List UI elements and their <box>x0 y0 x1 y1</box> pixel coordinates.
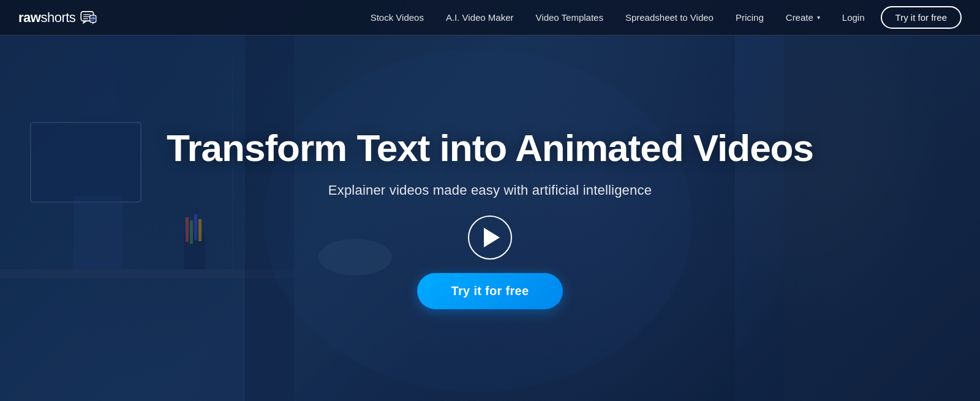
svg-point-21 <box>92 18 94 19</box>
hero-title: Transform Text into Animated Videos <box>167 127 813 169</box>
nav-link-video-templates[interactable]: Video Templates <box>525 12 614 23</box>
nav-link-create[interactable]: Create ▾ <box>775 12 831 23</box>
nav-link-ai-video-maker[interactable]: A.I. Video Maker <box>435 12 525 23</box>
nav-link-pricing[interactable]: Pricing <box>725 12 775 23</box>
play-icon <box>484 228 500 247</box>
nav-item-video-templates[interactable]: Video Templates <box>525 12 614 23</box>
nav-try-free-button[interactable]: Try it for free <box>881 6 962 29</box>
svg-rect-19 <box>90 15 96 22</box>
nav-login-link[interactable]: Login <box>831 12 876 23</box>
chevron-down-icon: ▾ <box>817 14 820 21</box>
svg-point-20 <box>91 18 92 19</box>
logo[interactable]: rawshorts <box>18 10 97 26</box>
nav-link-spreadsheet-to-video[interactable]: Spreadsheet to Video <box>614 12 725 23</box>
logo-text: rawshorts <box>18 10 75 26</box>
nav-links: Stock Videos A.I. Video Maker Video Temp… <box>360 12 831 23</box>
hero-content: Transform Text into Animated Videos Expl… <box>0 36 980 401</box>
nav-item-stock-videos[interactable]: Stock Videos <box>360 12 435 23</box>
nav-item-pricing[interactable]: Pricing <box>725 12 775 23</box>
hero-section: rawshorts Stock Videos <box>0 0 980 401</box>
hero-subtitle: Explainer videos made easy with artifici… <box>328 182 652 198</box>
nav-item-ai-video-maker[interactable]: A.I. Video Maker <box>435 12 525 23</box>
hero-cta-button[interactable]: Try it for free <box>417 273 564 309</box>
play-button[interactable] <box>468 215 512 260</box>
nav-item-create[interactable]: Create ▾ <box>775 12 831 23</box>
nav-item-spreadsheet-to-video[interactable]: Spreadsheet to Video <box>614 12 725 23</box>
svg-point-22 <box>94 18 96 19</box>
logo-chat-icon <box>80 11 97 24</box>
nav-link-stock-videos[interactable]: Stock Videos <box>360 12 435 23</box>
navbar: rawshorts Stock Videos <box>0 0 980 36</box>
